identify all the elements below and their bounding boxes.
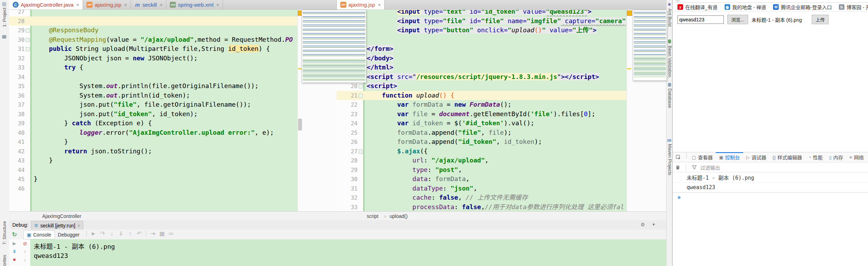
network-icon: ≡ — [849, 155, 852, 160]
editor-tab-spring-web.xml[interactable]: xmlspring-web.xml× — [166, 0, 223, 9]
debug-tab-console[interactable]: ▣Console — [23, 230, 55, 239]
window-icon[interactable] — [2, 35, 6, 39]
sidebar-item-bean-validation[interactable]: Bean Validation — [667, 46, 673, 77]
step-into-icon[interactable]: ↓ — [107, 231, 116, 237]
trash-icon[interactable] — [675, 165, 680, 170]
devtools-tab-网络[interactable]: ≡网络 — [846, 152, 867, 162]
bookmark-tencent-mail-icon[interactable]: M腾讯企业邮箱-登录入口 — [773, 4, 832, 11]
line-number: 22 — [336, 101, 358, 108]
tab-label: seckill — [142, 2, 157, 8]
mute-breakpoints-icon[interactable]: ⊘ — [20, 239, 30, 246]
evaluate-expression-icon[interactable]: ▦ — [157, 230, 167, 237]
editor-tab-ajaxImg.jsp[interactable]: JSPajaxImg.jsp× — [337, 0, 385, 9]
editor-java[interactable]: 272829 @ResponseBody30 @RequestMapping(v… — [9, 10, 336, 211]
bookmark-youdao-icon[interactable]: y在线翻译_有道 — [677, 4, 718, 11]
fold-icon[interactable] — [359, 94, 363, 98]
fold-icon[interactable] — [26, 28, 30, 33]
breadcrumb-upload[interactable]: upload() — [390, 213, 407, 219]
devtools-tab-性能[interactable]: ◔性能 — [805, 152, 826, 162]
close-icon[interactable]: × — [216, 2, 219, 8]
browse-button[interactable]: 浏览... — [727, 15, 748, 24]
debug-label: Debug: — [12, 222, 28, 228]
down-stack-icon[interactable]: ↓ — [20, 254, 30, 262]
line-number: 43 — [9, 157, 25, 164]
pick-element-icon[interactable] — [673, 152, 684, 162]
left-tool-stripe: 1: Project 7: Structure 2: Favorites — [0, 0, 9, 266]
sidebar-item-favorites[interactable]: 2: Favorites — [2, 255, 7, 266]
devtools-tab-内存[interactable]: ▯内存 — [826, 152, 846, 162]
editor-jsp[interactable]: 12 <input type="text" id="id_token" valu… — [336, 10, 666, 211]
resume-icon[interactable]: ▶ — [9, 239, 20, 246]
force-step-into-icon[interactable]: ⇓ — [116, 230, 126, 237]
line-number: 46 — [9, 185, 25, 192]
devtools-tab-查看器[interactable]: ▢查看器 — [689, 152, 716, 162]
step-over-icon[interactable]: ↷ — [98, 230, 107, 237]
editor-tab-ajaxImg.jsp[interactable]: JSPajaxImg.jsp× — [83, 0, 131, 9]
fold-icon[interactable] — [26, 47, 30, 51]
scrollbar-thumb[interactable] — [298, 119, 302, 131]
console-prompt-icon[interactable]: » — [673, 192, 868, 200]
rerun-icon[interactable]: ↻ — [12, 231, 17, 238]
sidebar-item-structure[interactable]: 7: Structure — [2, 221, 7, 245]
up-stack-icon[interactable]: ↑ — [20, 246, 30, 254]
pause-icon[interactable]: ‖ — [9, 246, 20, 254]
show-execution-point-icon[interactable]: ► — [89, 231, 98, 237]
close-icon[interactable]: × — [378, 2, 381, 8]
debug-console-output[interactable]: 未标题-1 - 副本 (6).pngqweasd123 — [30, 239, 666, 266]
devtools-tab-调试器[interactable]: ▷调试器 — [743, 152, 770, 162]
style-editor-icon: {} — [773, 155, 776, 160]
fold-icon[interactable] — [26, 38, 30, 42]
devtools-tab-样式编辑器[interactable]: {}样式编辑器 — [770, 152, 805, 162]
debug-session-tab[interactable]: ⚙ seckill [jetty:run] × — [31, 221, 83, 230]
project-tool-icon[interactable] — [2, 2, 6, 6]
lens-code-thumbnail — [303, 11, 365, 58]
close-icon[interactable]: × — [124, 2, 127, 8]
close-icon[interactable]: × — [160, 2, 162, 8]
fold-icon[interactable] — [359, 149, 363, 154]
bookmark-cnblogs-icon[interactable]: b博客园 - 开发者的网... — [839, 4, 868, 11]
collapse-icon[interactable]: ▾ — [652, 222, 655, 227]
stop-icon[interactable]: ■ — [9, 254, 20, 262]
debug-tab-debugger[interactable]: Debugger — [55, 231, 83, 239]
filter-input[interactable]: 过滤输出 — [700, 164, 720, 171]
devtools-console-output[interactable]: 未标题-1 - 副本 (6).pngqweasd123 — [673, 172, 868, 192]
line-number: 39 — [9, 120, 25, 127]
debug-tab-label: Debugger — [58, 232, 80, 238]
trace-icon[interactable]: ≔ — [167, 230, 176, 237]
line-number: 33 — [336, 204, 358, 211]
sidebar-item-project[interactable]: 1: Project — [2, 8, 7, 27]
line-number: 25 — [336, 129, 358, 136]
devtools-console-line: qweasd123 — [673, 183, 868, 192]
debugger-panel-icon: ▷ — [746, 155, 750, 160]
id-token-input[interactable] — [677, 15, 724, 24]
fold-icon[interactable] — [359, 84, 363, 88]
breadcrumb-script[interactable]: script — [367, 213, 378, 219]
bookmark-zentao-globe-icon[interactable]: ◍我的地盘 - 禅道 — [725, 4, 766, 11]
code-line-31: dataType: "json", — [367, 184, 626, 193]
code-line-26: formData.append("id_token", id_token); — [367, 137, 626, 147]
gear-icon[interactable]: ⚙ — [641, 222, 645, 227]
sidebar-item-database[interactable]: Database — [667, 88, 673, 108]
devtools-tab-控制台[interactable]: ▣控制台 — [716, 152, 743, 162]
line-number: 29 — [336, 167, 358, 173]
drop-frame-icon[interactable]: ↶ — [135, 230, 144, 237]
close-icon[interactable]: × — [76, 2, 79, 8]
editor-tab-AjaxImgController.java[interactable]: CAjaxImgController.java× — [9, 0, 83, 9]
warning-stripe-marker[interactable] — [627, 68, 631, 69]
bookmark-label: 腾讯企业邮箱-登录入口 — [781, 4, 832, 11]
run-to-cursor-icon[interactable]: ⇥ — [148, 230, 157, 237]
step-out-icon[interactable]: ↑ — [126, 231, 135, 237]
sidebar-item-maven-projects[interactable]: Maven Projects — [667, 144, 673, 175]
upload-button[interactable]: 上传 — [812, 15, 829, 24]
youdao-icon: y — [677, 4, 683, 10]
error-stripe-top-marker[interactable] — [627, 11, 632, 16]
filter-funnel-icon[interactable] — [692, 165, 697, 170]
code-line-27 — [34, 10, 297, 16]
close-icon[interactable]: × — [77, 223, 80, 228]
breadcrumb[interactable]: AjaxImgController — [42, 213, 81, 219]
editor-tab-seckill[interactable]: mseckill× — [131, 0, 166, 9]
sidebar-item-ant-build[interactable]: Ant Build — [667, 8, 673, 27]
code-line-30: @RequestMapping(value = "/ajax/upload",m… — [34, 35, 297, 45]
left-split-tabs: CAjaxImgController.java×JSPajaxImg.jsp×m… — [9, 0, 223, 10]
devtools-tab-label: 样式编辑器 — [777, 154, 802, 161]
